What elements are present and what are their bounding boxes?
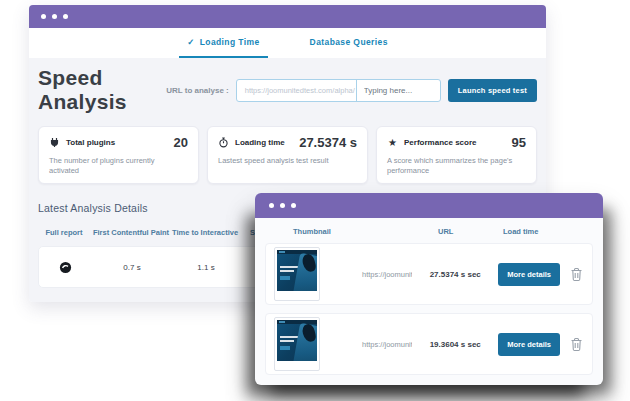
stat-card-total-plugins: Total plugins 20 The number of plugins c… <box>38 126 199 184</box>
check-icon: ✓ <box>187 37 195 47</box>
header-thumbnail: Thumbnail <box>293 227 438 236</box>
tab-loading-time-label: Loading Time <box>200 37 260 47</box>
stat-card-performance-score: ★ Performance score 95 A score which sum… <box>376 126 537 184</box>
url-prefix: https://joomunitedtest.com/alpha/ <box>237 80 357 101</box>
stat-label: Loading time <box>235 138 285 147</box>
window-dots-icon <box>269 203 296 208</box>
more-details-button[interactable]: More details <box>498 333 560 356</box>
trash-icon[interactable] <box>568 265 584 283</box>
star-icon: ★ <box>387 137 398 148</box>
history-table-header: Thumbnail URL Load time <box>255 218 603 243</box>
stat-label: Performance score <box>404 138 476 147</box>
row-load-time: 27.5374 s sec <box>420 270 490 279</box>
fcp-value: 0.7 s <box>91 263 173 272</box>
url-input-group[interactable]: https://joomunitedtest.com/alpha/ <box>236 79 441 102</box>
row-load-time: 19.3604 s sec <box>420 340 490 349</box>
header-first-contentful-paint: First Contentful Paint <box>90 228 172 237</box>
history-window: Thumbnail URL Load time https://joomunit… <box>255 193 603 385</box>
tab-database-queries-label: Database Queries <box>310 37 388 47</box>
launch-speed-test-button[interactable]: Launch speed test <box>448 79 537 102</box>
stats-row: Total plugins 20 The number of plugins c… <box>38 126 537 184</box>
header-load-time: Load time <box>503 227 593 236</box>
url-input[interactable] <box>357 80 440 101</box>
history-row: https://joomunitedtest.com/alpha/ 27.537… <box>265 243 593 305</box>
window-dots-icon <box>41 14 68 19</box>
row-url: https://joomunitedtest.com/alpha/ <box>328 340 412 349</box>
thumbnail-image[interactable] <box>274 317 320 371</box>
thumbnail-image[interactable] <box>274 247 320 301</box>
header-row: Speed Analysis URL to analyse : https://… <box>38 58 537 102</box>
tab-bar: ✓ Loading Time Database Queries <box>29 28 546 58</box>
main-window-titlebar <box>29 5 546 28</box>
tab-database-queries[interactable]: Database Queries <box>302 28 396 58</box>
header-full-report: Full report <box>38 228 90 237</box>
stopwatch-icon <box>218 137 229 148</box>
header-time-to-interactive: Time to Interactive <box>172 228 238 237</box>
history-row: https://joomunitedtest.com/alpha/ 19.360… <box>265 313 593 375</box>
plug-icon <box>49 137 60 148</box>
stat-description: The number of plugins currently activate… <box>49 156 184 176</box>
stat-value: 95 <box>512 135 526 150</box>
url-label: URL to analyse : <box>166 86 229 95</box>
stat-value: 20 <box>174 135 188 150</box>
history-window-titlebar <box>255 193 603 218</box>
tti-value: 1.1 s <box>173 263 239 272</box>
url-form: URL to analyse : https://joomunitedtest.… <box>166 79 537 102</box>
page-title: Speed Analysis <box>38 66 166 114</box>
report-icon[interactable] <box>39 261 91 274</box>
stat-description: Lastest speed analysis test result <box>218 156 353 166</box>
stat-card-loading-time: Loading time 27.5374 s Lastest speed ana… <box>207 126 368 184</box>
header-url: URL <box>438 227 503 236</box>
more-details-button[interactable]: More details <box>498 263 560 286</box>
tab-loading-time[interactable]: ✓ Loading Time <box>179 28 267 58</box>
trash-icon[interactable] <box>568 335 584 353</box>
row-url: https://joomunitedtest.com/alpha/ <box>328 270 412 279</box>
stat-description: A score which summarizes the page's perf… <box>387 156 522 176</box>
stat-label: Total plugins <box>66 138 115 147</box>
stat-value: 27.5374 s <box>299 135 357 150</box>
page: ✓ Loading Time Database Queries Speed An… <box>0 0 630 401</box>
